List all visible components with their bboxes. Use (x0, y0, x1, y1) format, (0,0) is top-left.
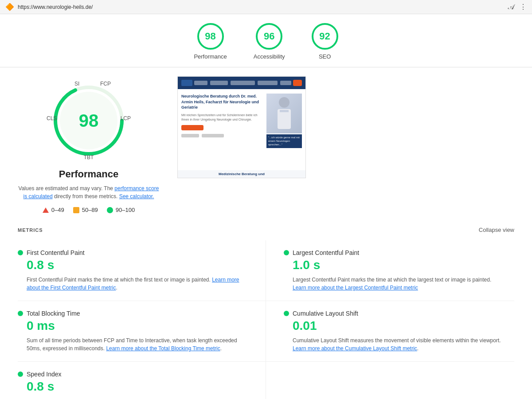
mockup-nav-item (231, 81, 255, 85)
metric-name-lcp: Largest Contentful Paint (293, 249, 359, 256)
screenshot-container: Neurologische Beratung durch Dr. med. Ar… (177, 76, 306, 178)
metric-dot-cls (284, 311, 289, 316)
calculator-link[interactable]: See calculator. (119, 193, 154, 200)
gauge-label-tbt: TBT (84, 154, 94, 160)
metrics-header: METRICS Collapse view (18, 227, 514, 233)
mockup-cta (181, 125, 203, 130)
metrics-section-title: METRICS (18, 227, 43, 233)
browser-url: https://www.neurologie-heils.de/ (18, 4, 93, 10)
mockup-nav-item (210, 81, 228, 85)
metric-dot-tbt (18, 311, 23, 316)
mockup-nav-item (194, 81, 207, 85)
mockup-nav-logo (181, 80, 192, 86)
metric-card-lcp: Largest Contentful Paint 1.0 s Largest C… (266, 240, 514, 301)
collapse-view-button[interactable]: Collapse view (479, 227, 514, 233)
metric-header-fcp: First Contentful Paint (18, 249, 248, 256)
translate-icon[interactable]: 𝒜 (508, 3, 514, 11)
scores-bar: 98 Performance 96 Accessibility 92 SEO (0, 14, 532, 67)
browser-icons: 𝒜 ⋮ (508, 3, 527, 11)
gauge-label-cls: CLS (47, 115, 57, 121)
metric-value-fcp: 0.8 s (27, 258, 248, 272)
cls-learn-more[interactable]: Learn more about the Cumulative Layout S… (293, 345, 417, 352)
svg-rect-5 (280, 110, 289, 112)
metric-name-si: Speed Index (27, 371, 62, 378)
mockup-nav-item (258, 81, 278, 85)
fcp-learn-more[interactable]: Learn more about the First Contentful Pa… (27, 277, 239, 291)
metric-card-si: Speed Index 0.8 s Speed Index shows how … (18, 362, 266, 399)
metric-dot-si (18, 372, 23, 377)
tbt-learn-more[interactable]: Learn more about the Total Blocking Time… (106, 345, 220, 352)
gauge-wrapper: SI FCP CLS LCP TBT 98 (44, 76, 133, 165)
seo-value: 92 (319, 31, 330, 42)
mockup-quote-box: "...ich würde gerne mal mit einem Neurol… (266, 134, 302, 148)
score-accessibility[interactable]: 96 Accessibility (254, 23, 285, 60)
gauge-label-lcp: LCP (121, 115, 131, 121)
mockup-body: Neurologische Beratung durch Dr. med. Ar… (178, 89, 305, 170)
metric-desc-fcp: First Contentful Paint marks the time at… (27, 276, 248, 292)
seo-label: SEO (319, 53, 331, 60)
perf-title: Performance (18, 168, 160, 180)
metric-desc-lcp: Largest Contentful Paint marks the time … (293, 276, 505, 292)
mockup-nav (178, 77, 305, 89)
metric-name-tbt: Total Blocking Time (27, 310, 80, 317)
person-svg (273, 96, 295, 131)
metric-header-si: Speed Index (18, 371, 248, 378)
gauge-label-fcp: FCP (100, 81, 111, 87)
mockup-bottom: Medizinische Beratung und (178, 170, 305, 178)
metric-value-tbt: 0 ms (27, 319, 248, 333)
score-performance[interactable]: 98 Performance (194, 23, 227, 60)
accessibility-value: 96 (264, 31, 274, 42)
browser-bar-left: 🔶 https://www.neurologie-heils.de/ (5, 3, 93, 11)
metric-header-tbt: Total Blocking Time (18, 310, 248, 317)
metric-value-lcp: 1.0 s (293, 258, 505, 272)
metric-value-si: 0.8 s (27, 379, 248, 394)
mockup-link (202, 134, 224, 137)
mockup-nav-item (280, 81, 291, 85)
perf-section: SI FCP CLS LCP TBT 98 Performance (18, 76, 514, 213)
metric-dot-lcp (284, 250, 289, 255)
accessibility-label: Accessibility (254, 53, 285, 60)
metric-card-tbt: Total Blocking Time 0 ms Sum of all time… (18, 301, 266, 362)
site-icon: 🔶 (5, 3, 14, 11)
main-content: SI FCP CLS LCP TBT 98 Performance (0, 67, 532, 399)
metrics-grid: First Contentful Paint 0.8 s First Conte… (18, 240, 514, 399)
metric-card-fcp: First Contentful Paint 0.8 s First Conte… (18, 240, 266, 301)
gauge-center-value: 98 (79, 111, 99, 131)
gauge-container: SI FCP CLS LCP TBT 98 Performance (18, 76, 160, 213)
mockup-heading: Neurologische Beratung durch Dr. med. Ar… (181, 94, 262, 110)
metric-header-cls: Cumulative Layout Shift (284, 310, 505, 317)
metric-value-cls: 0.01 (293, 319, 505, 333)
svg-point-3 (279, 97, 289, 108)
performance-circle: 98 (197, 23, 224, 50)
performance-value: 98 (205, 31, 215, 42)
perf-desc: Values are estimated and may vary. The p… (18, 184, 160, 200)
score-seo[interactable]: 92 SEO (312, 23, 338, 60)
metric-header-lcp: Largest Contentful Paint (284, 249, 505, 256)
lcp-learn-more[interactable]: Learn more about the Largest Contentful … (293, 285, 418, 291)
legend-range-red: 0–49 (51, 207, 64, 213)
legend-icon-red (43, 207, 49, 213)
mockup-nav-btn (293, 80, 302, 86)
mockup-body-text: Mit reichen Sprechzeiten und für Schüler… (181, 113, 262, 122)
mockup-text-col: Neurologische Beratung durch Dr. med. Ar… (181, 94, 262, 166)
metric-desc-tbt: Sum of all time periods between FCP and … (27, 336, 248, 352)
menu-icon[interactable]: ⋮ (520, 3, 527, 11)
legend-item-green: 90–100 (107, 207, 135, 213)
legend: 0–49 50–89 90–100 (18, 207, 160, 213)
mockup-link (181, 134, 199, 137)
seo-circle: 92 (312, 23, 338, 50)
metric-name-cls: Cumulative Layout Shift (293, 310, 358, 317)
legend-item-red: 0–49 (43, 207, 64, 213)
legend-range-orange: 50–89 (82, 207, 98, 213)
legend-item-orange: 50–89 (73, 207, 98, 213)
mockup-links (181, 134, 262, 137)
legend-range-green: 90–100 (116, 207, 135, 213)
legend-icon-orange (73, 207, 79, 213)
legend-icon-green (107, 207, 113, 213)
performance-label: Performance (194, 53, 227, 60)
gauge-label-si: SI (74, 81, 79, 87)
metric-dot-fcp (18, 250, 23, 255)
metric-desc-si: Speed Index shows how quickly the conten… (27, 397, 248, 399)
metric-card-cls: Cumulative Layout Shift 0.01 Cumulative … (266, 301, 514, 362)
metric-desc-cls: Cumulative Layout Shift measures the mov… (293, 336, 505, 352)
